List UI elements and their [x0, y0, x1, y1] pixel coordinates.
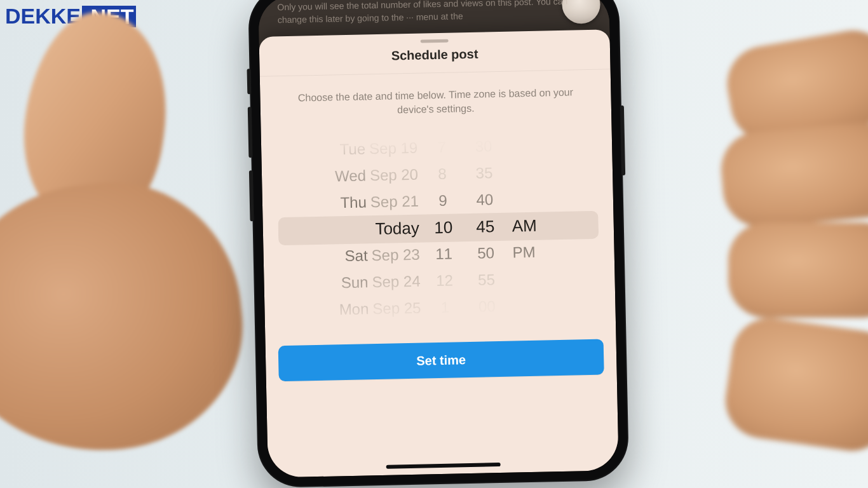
phone-vol-down	[249, 170, 254, 221]
sheet-grabber[interactable]	[421, 39, 449, 43]
picker-col-minute[interactable]: 30 35 40 45 50 55 00	[461, 133, 510, 324]
phone-vol-up	[248, 107, 253, 158]
hour-opt: 7	[437, 134, 446, 161]
minute-opt-selected: 45	[476, 213, 495, 240]
set-time-button[interactable]: Set time	[278, 339, 604, 382]
watermark-right: .NET	[82, 6, 136, 27]
watermark-left: DEKKE	[5, 4, 81, 29]
date-opt: TueSep 19	[339, 135, 417, 163]
ampm-opt	[511, 186, 512, 213]
minute-opt: 00	[478, 293, 496, 320]
hour-opt: 9	[438, 187, 447, 214]
phone-screen: Only you will see the total number of li…	[258, 0, 619, 478]
phone-power	[620, 105, 625, 175]
phone-frame: Only you will see the total number of li…	[248, 0, 629, 488]
minute-opt: 35	[475, 159, 493, 187]
sheet-title: Schedule post	[259, 44, 610, 66]
minute-opt: 50	[477, 240, 495, 267]
minute-opt: 40	[476, 186, 494, 214]
ampm-opt	[511, 159, 512, 186]
date-opt: MonSep 25	[339, 295, 421, 323]
ampm-opt: PM	[512, 239, 536, 266]
ampm-opt-selected: AM	[512, 212, 537, 240]
date-opt: SunSep 24	[341, 268, 421, 297]
sheet-subtitle: Choose the date and time below. Time zon…	[260, 69, 612, 126]
ampm-opt	[510, 133, 511, 159]
hour-opt: 8	[438, 161, 447, 187]
schedule-sheet: Schedule post Choose the date and time b…	[259, 29, 618, 477]
date-opt: WedSep 20	[335, 161, 419, 190]
minute-opt: 55	[478, 266, 496, 294]
picker-col-hour[interactable]: 7 8 9 10 11 12 1	[423, 133, 465, 325]
hour-opt-selected: 10	[434, 214, 453, 241]
watermark-logo: DEKKE.NET	[5, 4, 136, 29]
ampm-opt	[513, 293, 514, 320]
minute-opt: 30	[475, 133, 492, 160]
hour-opt: 12	[436, 268, 454, 295]
hour-opt: 1	[440, 294, 449, 321]
picker-col-ampm[interactable]: AM PM	[506, 132, 556, 323]
phone-mute-switch	[247, 69, 252, 94]
date-opt: ThuSep 21	[340, 188, 419, 217]
hour-opt: 11	[435, 241, 453, 268]
date-opt: SatSep 23	[344, 241, 420, 269]
hand-right	[677, 25, 868, 488]
picker-col-date[interactable]: TueSep 19 WedSep 20 ThuSep 21 Today SatS…	[276, 134, 426, 328]
date-opt-selected: Today	[375, 215, 419, 242]
ampm-opt	[513, 266, 513, 293]
datetime-picker[interactable]: TueSep 19 WedSep 20 ThuSep 21 Today SatS…	[276, 131, 600, 328]
